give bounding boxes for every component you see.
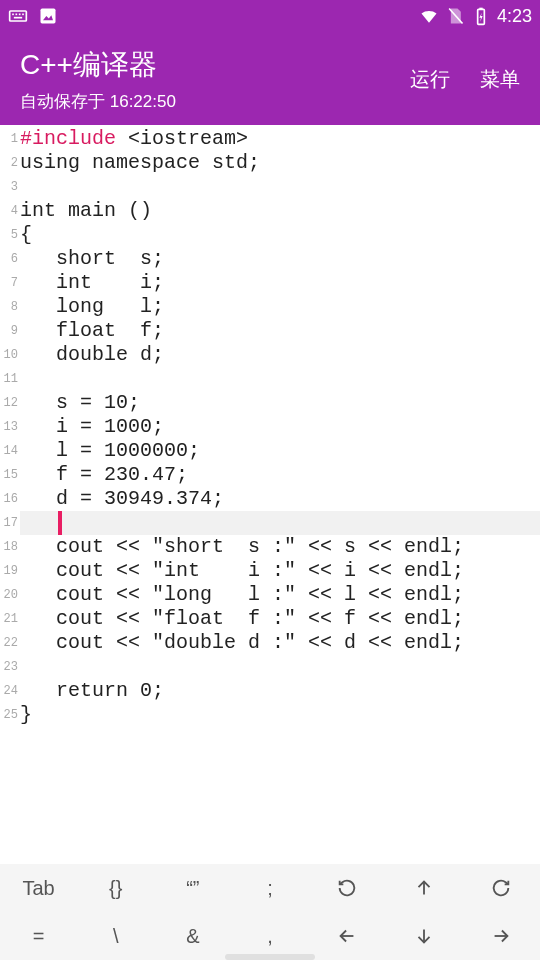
line-number: 7 (0, 271, 18, 295)
key-right[interactable] (463, 912, 540, 960)
key-tab[interactable]: Tab (0, 864, 77, 912)
code-line[interactable]: return 0; (20, 679, 540, 703)
line-number: 16 (0, 487, 18, 511)
key-up[interactable] (386, 864, 463, 912)
symbol-row-1: Tab {} “” ; (0, 864, 540, 912)
code-line[interactable]: cout << "long l :" << l << endl; (20, 583, 540, 607)
line-number: 18 (0, 535, 18, 559)
line-number-gutter: 1234567891011121314151617181920212223242… (0, 125, 18, 845)
svg-rect-6 (41, 9, 56, 24)
image-icon (38, 8, 58, 24)
code-line[interactable]: long l; (20, 295, 540, 319)
symbol-row-2: = \ & , (0, 912, 540, 960)
line-number: 14 (0, 439, 18, 463)
code-line[interactable]: short s; (20, 247, 540, 271)
svg-marker-11 (479, 13, 482, 22)
code-line[interactable]: cout << "double d :" << d << endl; (20, 631, 540, 655)
status-left (8, 8, 58, 24)
app-title: C++编译器 (20, 46, 176, 84)
code-line[interactable] (20, 367, 540, 391)
line-number: 13 (0, 415, 18, 439)
line-number: 11 (0, 367, 18, 391)
line-number: 10 (0, 343, 18, 367)
code-editor[interactable]: 1234567891011121314151617181920212223242… (0, 125, 540, 845)
line-number: 25 (0, 703, 18, 727)
code-line[interactable]: int i; (20, 271, 540, 295)
code-line[interactable]: f = 230.47; (20, 463, 540, 487)
line-number: 21 (0, 607, 18, 631)
key-down[interactable] (386, 912, 463, 960)
key-comma[interactable]: , (231, 912, 308, 960)
code-line[interactable]: d = 30949.374; (20, 487, 540, 511)
svg-rect-5 (14, 17, 22, 19)
symbol-toolbar: Tab {} “” ; = \ & , (0, 864, 540, 960)
code-line[interactable] (20, 655, 540, 679)
code-line[interactable]: float f; (20, 319, 540, 343)
line-number: 17 (0, 511, 18, 535)
svg-rect-2 (16, 14, 18, 16)
status-time: 4:23 (497, 6, 532, 27)
code-line[interactable]: } (20, 703, 540, 727)
code-line[interactable] (20, 175, 540, 199)
code-line[interactable]: s = 10; (20, 391, 540, 415)
key-backslash[interactable]: \ (77, 912, 154, 960)
key-redo[interactable] (463, 864, 540, 912)
code-line[interactable]: using namespace std; (20, 151, 540, 175)
svg-rect-10 (479, 8, 482, 10)
svg-rect-3 (19, 14, 21, 16)
code-line[interactable]: int main () (20, 199, 540, 223)
line-number: 15 (0, 463, 18, 487)
svg-rect-4 (22, 14, 24, 16)
battery-charging-icon (471, 8, 491, 24)
key-braces[interactable]: {} (77, 864, 154, 912)
line-number: 1 (0, 127, 18, 151)
key-equals[interactable]: = (0, 912, 77, 960)
wifi-icon (419, 8, 439, 24)
app-actions: 运行 菜单 (410, 66, 520, 93)
line-number: 5 (0, 223, 18, 247)
no-sim-icon (445, 8, 465, 24)
code-line[interactable]: cout << "float f :" << f << endl; (20, 607, 540, 631)
line-number: 19 (0, 559, 18, 583)
line-number: 4 (0, 199, 18, 223)
drag-handle-icon[interactable] (225, 954, 315, 960)
code-area[interactable]: #include <iostream>using namespace std;i… (18, 125, 540, 845)
line-number: 20 (0, 583, 18, 607)
svg-rect-1 (12, 14, 14, 16)
line-number: 6 (0, 247, 18, 271)
line-number: 8 (0, 295, 18, 319)
run-button[interactable]: 运行 (410, 66, 450, 93)
line-number: 3 (0, 175, 18, 199)
line-number: 22 (0, 631, 18, 655)
code-line[interactable]: i = 1000; (20, 415, 540, 439)
status-bar: 4:23 (0, 0, 540, 32)
key-left[interactable] (309, 912, 386, 960)
code-line[interactable]: double d; (20, 343, 540, 367)
code-line[interactable] (20, 511, 540, 535)
key-quotes[interactable]: “” (154, 864, 231, 912)
key-semicolon[interactable]: ; (231, 864, 308, 912)
app-bar-left: C++编译器 自动保存于 16:22:50 (20, 46, 176, 113)
line-number: 9 (0, 319, 18, 343)
line-number: 12 (0, 391, 18, 415)
line-number: 2 (0, 151, 18, 175)
line-number: 24 (0, 679, 18, 703)
code-line[interactable]: l = 1000000; (20, 439, 540, 463)
key-undo[interactable] (309, 864, 386, 912)
key-ampersand[interactable]: & (154, 912, 231, 960)
text-cursor (58, 511, 62, 535)
svg-rect-0 (10, 11, 27, 21)
menu-button[interactable]: 菜单 (480, 66, 520, 93)
autosave-subtitle: 自动保存于 16:22:50 (20, 90, 176, 113)
status-right: 4:23 (419, 6, 532, 27)
code-line[interactable]: cout << "short s :" << s << endl; (20, 535, 540, 559)
code-line[interactable]: { (20, 223, 540, 247)
app-bar: C++编译器 自动保存于 16:22:50 运行 菜单 (0, 32, 540, 125)
line-number: 23 (0, 655, 18, 679)
code-line[interactable]: cout << "int i :" << i << endl; (20, 559, 540, 583)
keyboard-icon (8, 8, 28, 24)
code-line[interactable]: #include <iostream> (20, 127, 540, 151)
